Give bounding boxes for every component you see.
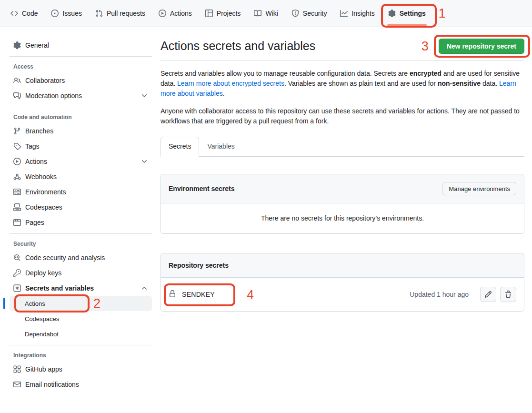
tag-icon bbox=[13, 142, 21, 150]
sidebar-item-label: GitHub apps bbox=[25, 365, 62, 373]
sidebar-divider bbox=[10, 56, 152, 57]
lock-icon bbox=[169, 290, 176, 299]
tab-insights[interactable]: Insights bbox=[336, 6, 378, 21]
key-asterisk-icon bbox=[13, 284, 21, 292]
page-title: Actions secrets and variables bbox=[161, 39, 315, 53]
sidebar-item-label: Pages bbox=[25, 219, 44, 226]
annotation-number-4: 4 bbox=[247, 288, 254, 302]
key-icon bbox=[13, 269, 21, 277]
trash-icon bbox=[504, 291, 512, 298]
active-item-accent-bar bbox=[3, 298, 5, 309]
sidebar-item-code-security[interactable]: Code security and analysis bbox=[10, 250, 152, 265]
mail-icon bbox=[13, 381, 21, 388]
repository-secrets-title: Repository secrets bbox=[169, 262, 229, 269]
intro-text: Secrets and variables allow you to manag… bbox=[161, 69, 524, 126]
sidebar-item-label: Dependabot bbox=[25, 331, 59, 338]
server-icon bbox=[13, 188, 21, 196]
project-icon bbox=[205, 10, 213, 17]
nav-label: Insights bbox=[351, 10, 374, 17]
people-icon bbox=[13, 77, 21, 84]
intro-bold-encrypted: encrypted bbox=[410, 70, 442, 77]
header-divider bbox=[161, 60, 524, 61]
sidebar-item-label: Collaborators bbox=[25, 77, 65, 84]
sidebar-item-label: Actions bbox=[25, 300, 45, 307]
chevron-down-icon bbox=[141, 92, 148, 100]
intro-text-segment: Secrets and variables allow you to manag… bbox=[161, 70, 410, 77]
secret-updated-timestamp: Updated 1 hour ago bbox=[410, 291, 469, 298]
environment-secrets-title: Environment secrets bbox=[169, 185, 235, 192]
webhook-icon bbox=[13, 173, 21, 181]
tab-issues[interactable]: Issues bbox=[47, 6, 85, 21]
sidebar-item-label: Moderation options bbox=[25, 92, 82, 100]
browser-icon bbox=[13, 219, 21, 226]
sidebar-subitem-actions[interactable]: Actions 2 bbox=[10, 296, 152, 311]
annotation-number-1: 1 bbox=[439, 6, 446, 20]
tab-secrets[interactable]: Secrets bbox=[161, 137, 199, 157]
sidebar-item-label: Deploy keys bbox=[25, 269, 61, 277]
sidebar-item-label: Tags bbox=[25, 142, 40, 150]
link-encrypted-secrets[interactable]: Learn more about encrypted secrets bbox=[177, 80, 284, 87]
new-repository-secret-button[interactable]: New repository secret bbox=[439, 39, 524, 54]
codespaces-icon bbox=[13, 203, 21, 211]
annotation-number-2: 2 bbox=[93, 296, 100, 311]
nav-label: Pull requests bbox=[107, 10, 145, 17]
sidebar-divider bbox=[10, 107, 152, 107]
sidebar-item-collaborators[interactable]: Collaborators bbox=[10, 73, 152, 88]
sidebar-item-secrets-and-variables[interactable]: Secrets and variables bbox=[10, 281, 152, 296]
comment-discussion-icon bbox=[13, 92, 21, 100]
github-repo-settings-page: Code Issues Pull requests Actions Projec… bbox=[0, 0, 532, 402]
tab-security[interactable]: Security bbox=[288, 6, 331, 21]
sidebar-item-label: Code security and analysis bbox=[25, 254, 105, 262]
tab-actions[interactable]: Actions bbox=[155, 6, 196, 21]
nav-label: Issues bbox=[62, 10, 81, 17]
tab-code[interactable]: Code bbox=[7, 6, 41, 21]
sidebar-item-label: Secrets and variables bbox=[25, 284, 94, 292]
sidebar-item-github-apps[interactable]: GitHub apps bbox=[10, 362, 152, 377]
repository-secrets-box: Repository secrets SENDKEY 4 Updated 1 h… bbox=[161, 253, 524, 312]
intro-paragraph-2: Anyone with collaborator access to this … bbox=[161, 106, 524, 126]
sidebar-item-general[interactable]: General bbox=[10, 38, 152, 53]
settings-sidebar: General Access Collaborators Moderation … bbox=[0, 27, 161, 402]
sidebar-item-moderation-options[interactable]: Moderation options bbox=[10, 88, 152, 103]
secret-row: SENDKEY 4 Updated 1 hour ago bbox=[161, 278, 524, 311]
codescan-icon bbox=[13, 254, 21, 262]
sidebar-section-integrations: Integrations bbox=[10, 349, 152, 362]
sidebar-item-label: Email notifications bbox=[25, 381, 79, 388]
sidebar-item-email-notifications[interactable]: Email notifications bbox=[10, 377, 152, 392]
nav-label: Wiki bbox=[265, 10, 278, 17]
sidebar-item-tags[interactable]: Tags bbox=[10, 139, 152, 154]
nav-label: Projects bbox=[217, 10, 241, 17]
sidebar-item-pages[interactable]: Pages bbox=[10, 215, 152, 230]
sidebar-item-codespaces[interactable]: Codespaces bbox=[10, 200, 152, 215]
book-icon bbox=[254, 10, 261, 17]
sidebar-item-webhooks[interactable]: Webhooks bbox=[10, 169, 152, 184]
sidebar-item-environments[interactable]: Environments bbox=[10, 184, 152, 200]
manage-environments-button[interactable]: Manage environments bbox=[442, 182, 516, 195]
secret-name: SENDKEY bbox=[182, 291, 215, 298]
annotation-number-3: 3 bbox=[422, 39, 429, 53]
tab-projects[interactable]: Projects bbox=[201, 6, 245, 21]
secrets-variables-tabnav: Secrets Variables bbox=[161, 137, 524, 157]
play-icon bbox=[159, 10, 166, 17]
tab-wiki[interactable]: Wiki bbox=[250, 6, 281, 21]
sidebar-item-actions[interactable]: Actions bbox=[10, 154, 152, 169]
git-pull-request-icon bbox=[95, 10, 103, 17]
sidebar-subitem-dependabot[interactable]: Dependabot bbox=[10, 326, 152, 342]
edit-secret-button[interactable] bbox=[480, 287, 496, 302]
repo-nav: Code Issues Pull requests Actions Projec… bbox=[0, 0, 532, 27]
sidebar-item-branches[interactable]: Branches bbox=[10, 123, 152, 139]
git-branch-icon bbox=[13, 127, 21, 135]
sidebar-item-deploy-keys[interactable]: Deploy keys bbox=[10, 265, 152, 281]
main-content: Actions secrets and variables New reposi… bbox=[161, 27, 532, 312]
sidebar-subitem-codespaces[interactable]: Codespaces bbox=[10, 311, 152, 326]
play-icon bbox=[13, 158, 21, 165]
tab-pull-requests[interactable]: Pull requests bbox=[91, 6, 149, 21]
delete-secret-button[interactable] bbox=[500, 287, 516, 302]
tab-variables[interactable]: Variables bbox=[199, 137, 242, 156]
settings-layout: General Access Collaborators Moderation … bbox=[0, 27, 532, 402]
chevron-down-icon bbox=[141, 158, 148, 165]
sidebar-item-label: General bbox=[25, 41, 49, 49]
code-icon bbox=[10, 10, 18, 17]
tab-settings[interactable]: Settings 1 bbox=[384, 6, 430, 21]
graph-icon bbox=[340, 10, 348, 17]
